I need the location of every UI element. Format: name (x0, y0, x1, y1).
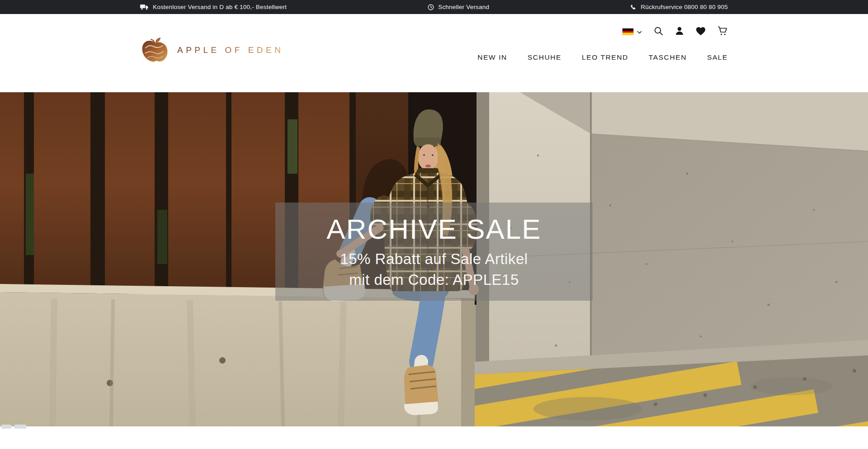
brand-logo[interactable]: APPLE OF EDEN (140, 37, 284, 64)
bottom-chip (1, 425, 11, 429)
nav-leo-trend[interactable]: LEO TREND (582, 53, 628, 61)
cart-button[interactable] (717, 26, 728, 37)
usp-fast-shipping-label: Schneller Versand (438, 4, 489, 10)
main-nav: NEW IN SCHUHE LEO TREND TASCHEN SALE (477, 53, 728, 61)
clock-icon (428, 4, 434, 10)
hero-banner: ARCHIVE SALE 15% Rabatt auf Sale Artikel… (0, 92, 868, 426)
announcement-bar: Kostenloser Versand in D ab € 100,- Best… (0, 0, 868, 14)
bottom-chip (14, 425, 26, 429)
phone-icon (630, 4, 637, 10)
hero-code-line: mit dem Code: APPLE15 (349, 270, 519, 289)
site-header: APPLE OF EDEN (0, 14, 868, 92)
search-icon (654, 26, 663, 37)
brand-wordmark: APPLE OF EDEN (177, 45, 284, 55)
hero-title: ARCHIVE SALE (326, 214, 541, 244)
usp-free-shipping-label: Kostenloser Versand in D ab € 100,- Best… (153, 4, 287, 10)
page-bottom-strip (0, 426, 868, 449)
nav-sale[interactable]: SALE (707, 53, 728, 61)
apple-of-eden-logo-icon (140, 37, 170, 64)
nav-schuhe[interactable]: SCHUHE (528, 53, 561, 61)
locale-switcher[interactable] (622, 28, 642, 36)
nav-taschen[interactable]: TASCHEN (649, 53, 687, 61)
nav-new-in[interactable]: NEW IN (477, 53, 507, 61)
usp-callback-service: Rückrufservice 0800 80 80 905 (630, 4, 728, 10)
cart-icon (717, 26, 728, 37)
wishlist-button[interactable] (696, 27, 706, 37)
usp-callback-label: Rückrufservice 0800 80 80 905 (641, 4, 728, 10)
search-button[interactable] (654, 26, 663, 37)
usp-free-shipping: Kostenloser Versand in D ab € 100,- Best… (140, 4, 287, 10)
chevron-down-icon (637, 28, 642, 36)
account-button[interactable] (675, 26, 684, 37)
wishlist-heart-icon (696, 27, 706, 37)
germany-flag-icon (622, 28, 634, 35)
account-icon (675, 26, 684, 37)
hero-subtitle: 15% Rabatt auf Sale Artikel (340, 250, 528, 268)
hero-promo-panel: ARCHIVE SALE 15% Rabatt auf Sale Artikel… (275, 203, 593, 301)
truck-icon (140, 4, 149, 10)
usp-fast-shipping: Schneller Versand (428, 4, 489, 10)
